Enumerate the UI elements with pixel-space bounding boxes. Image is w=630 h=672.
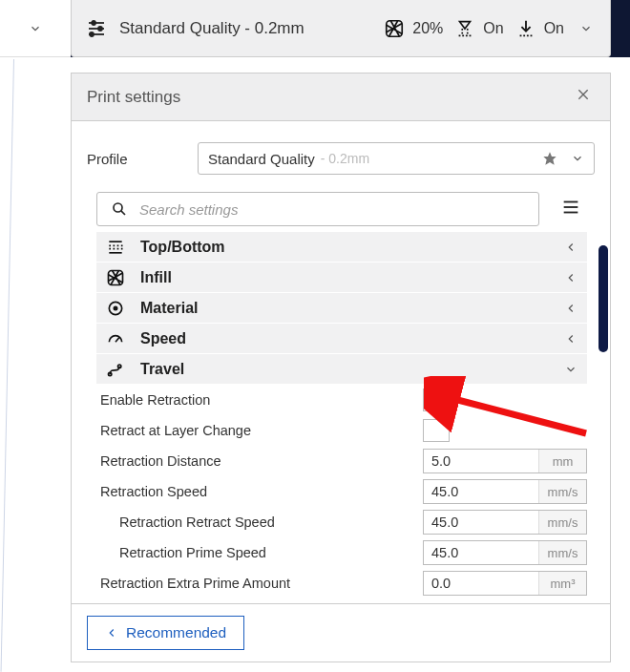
profile-select[interactable]: Standard Quality - 0.2mm	[198, 142, 595, 175]
retraction-distance-input[interactable]: 5.0 mm	[423, 449, 587, 473]
svg-point-23	[114, 306, 116, 309]
support-indicator: On	[454, 18, 503, 39]
svg-line-11	[121, 211, 125, 215]
setting-retraction-speed: Retraction Speed 45.0 mm/s	[96, 476, 587, 507]
setting-retract-layer-change: Retract at Layer Change	[96, 415, 587, 446]
category-material[interactable]: Material	[96, 293, 587, 324]
adhesion-icon	[515, 18, 536, 39]
panel-title: Print settings	[87, 88, 180, 107]
print-settings-panel: Print settings Profile Standard Quality …	[71, 73, 611, 662]
chevron-left-icon	[564, 332, 578, 346]
category-infill[interactable]: Infill	[96, 262, 587, 293]
chevron-down-icon	[564, 363, 578, 376]
chevron-left-icon	[564, 302, 578, 315]
svg-point-5	[90, 32, 94, 36]
retraction-speed-input[interactable]: 45.0 mm/s	[423, 479, 587, 504]
retraction-retract-speed-input[interactable]: 45.0 mm/s	[423, 510, 587, 535]
category-travel[interactable]: Travel	[96, 354, 587, 385]
sliders-icon	[85, 17, 108, 40]
close-panel-button[interactable]	[572, 83, 595, 111]
retract-layer-change-checkbox[interactable]	[423, 419, 450, 442]
profile-bar-expand[interactable]	[576, 18, 597, 39]
category-speed[interactable]: Speed	[96, 324, 587, 354]
travel-icon	[106, 360, 125, 379]
hamburger-menu[interactable]	[556, 193, 585, 225]
setting-retraction-distance: Retraction Distance 5.0 mm	[96, 446, 587, 476]
setting-retraction-retract-speed: Retraction Retract Speed 45.0 mm/s	[96, 507, 587, 537]
category-top-bottom[interactable]: Top/Bottom	[96, 232, 587, 262]
adhesion-indicator: On	[515, 18, 564, 39]
search-icon	[111, 200, 128, 218]
retraction-extra-prime-input[interactable]: 0.0 mm³	[423, 571, 587, 596]
profile-title: Standard Quality - 0.2mm	[119, 19, 372, 38]
support-icon	[454, 18, 475, 39]
retraction-prime-speed-input[interactable]: 45.0 mm/s	[423, 540, 587, 565]
enable-retraction-checkbox[interactable]	[423, 388, 450, 411]
svg-point-10	[114, 203, 122, 212]
setting-retraction-prime-speed: Retraction Prime Speed 45.0 mm/s	[96, 537, 587, 568]
profile-label: Profile	[87, 151, 182, 167]
svg-point-3	[98, 27, 102, 31]
infill-indicator: 20%	[384, 18, 443, 39]
setting-enable-retraction: Enable Retraction	[96, 385, 587, 415]
chevron-down-icon[interactable]	[571, 152, 584, 165]
infill-icon	[106, 268, 125, 287]
svg-line-24	[116, 337, 119, 342]
setting-retraction-extra-prime: Retraction Extra Prime Amount 0.0 mm³	[96, 568, 587, 598]
svg-marker-9	[543, 152, 556, 164]
infill-icon	[384, 18, 405, 39]
material-icon	[106, 299, 125, 318]
top-left-collapse[interactable]	[0, 0, 71, 57]
speed-icon	[106, 329, 125, 348]
svg-point-1	[92, 21, 95, 25]
search-input[interactable]: Search settings	[96, 192, 539, 226]
profile-summary-bar: Standard Quality - 0.2mm 20% On On	[71, 0, 611, 57]
chevron-left-icon	[564, 241, 578, 254]
recommended-button[interactable]: Recommended	[87, 616, 244, 650]
chevron-left-icon	[564, 271, 578, 284]
canvas-edge	[1, 59, 14, 672]
star-icon[interactable]	[542, 151, 557, 166]
topbottom-icon	[106, 238, 125, 257]
panel-header: Print settings	[72, 74, 610, 121]
scrollbar-thumb[interactable]	[598, 245, 608, 352]
